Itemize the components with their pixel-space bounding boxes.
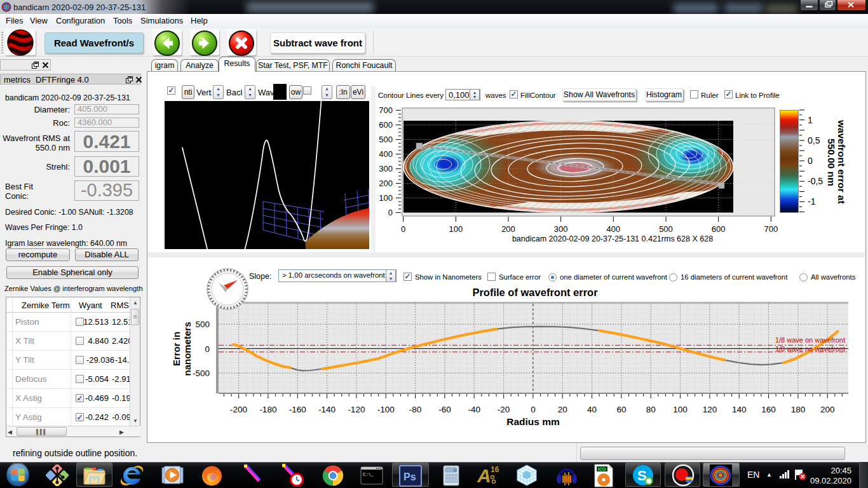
svg-text:100: 100	[379, 193, 393, 203]
svg-text:20: 20	[558, 405, 567, 414]
svg-text:16: 16	[491, 465, 499, 474]
svg-text:-200: -200	[230, 405, 247, 414]
svg-text:-500: -500	[193, 369, 210, 378]
svg-text:180: 180	[791, 405, 806, 414]
svg-text:40: 40	[587, 405, 597, 414]
svg-text:0: 0	[808, 156, 813, 166]
svg-text:Ps: Ps	[403, 471, 416, 482]
svg-text:C:\_: C:\_	[363, 472, 374, 477]
svg-text:700: 700	[764, 224, 778, 234]
svg-text:bandicam 2020-02-09 20-37-25-1: bandicam 2020-02-09 20-37-25-131 0.421rm…	[512, 234, 713, 243]
svg-text:-100: -100	[377, 405, 395, 414]
svg-text:-120: -120	[348, 405, 365, 414]
svg-text:A: A	[477, 465, 491, 486]
svg-text:0: 0	[205, 344, 210, 354]
svg-text:500: 500	[659, 224, 673, 234]
svg-text:140: 140	[732, 405, 747, 414]
svg-text:60: 60	[616, 405, 626, 414]
svg-text:160: 160	[761, 405, 776, 414]
svg-text:120: 120	[703, 405, 717, 414]
svg-text:100: 100	[449, 224, 463, 234]
svg-text:80: 80	[646, 405, 656, 414]
svg-text:300: 300	[379, 164, 393, 173]
svg-text:-140: -140	[318, 405, 336, 414]
svg-text:200: 200	[820, 405, 835, 414]
svg-text:500: 500	[379, 135, 393, 144]
svg-text:1/8 wave no wavefront: 1/8 wave no wavefront	[775, 345, 845, 353]
svg-text:400: 400	[606, 224, 620, 234]
svg-text:600: 600	[712, 224, 726, 234]
svg-text:-0,5: -0,5	[808, 176, 823, 186]
svg-text:0: 0	[401, 224, 405, 234]
svg-text:-20: -20	[498, 405, 510, 414]
svg-text:1: 1	[808, 115, 813, 125]
svg-text:200: 200	[501, 224, 515, 234]
svg-text:0,5: 0,5	[808, 135, 820, 146]
svg-text:600: 600	[379, 120, 393, 130]
svg-text:-40: -40	[468, 405, 480, 414]
svg-text:-80: -80	[409, 405, 422, 414]
svg-text:500: 500	[195, 320, 210, 329]
svg-text:-160: -160	[289, 405, 306, 414]
svg-text:0: 0	[531, 405, 536, 414]
svg-text:-180: -180	[259, 405, 276, 414]
svg-text:300: 300	[554, 224, 568, 234]
svg-text:0: 0	[388, 208, 393, 217]
svg-text:ICO: ICO	[598, 467, 606, 471]
svg-text:200: 200	[379, 179, 393, 188]
svg-text:1/8 wave on wavefront: 1/8 wave on wavefront	[775, 336, 845, 344]
svg-text:700: 700	[379, 105, 393, 115]
svg-text:Radius mm: Radius mm	[506, 416, 560, 427]
svg-text:-1: -1	[808, 196, 816, 207]
svg-text:100: 100	[673, 405, 688, 414]
svg-text:400: 400	[379, 149, 393, 159]
svg-text:-60: -60	[438, 405, 451, 414]
